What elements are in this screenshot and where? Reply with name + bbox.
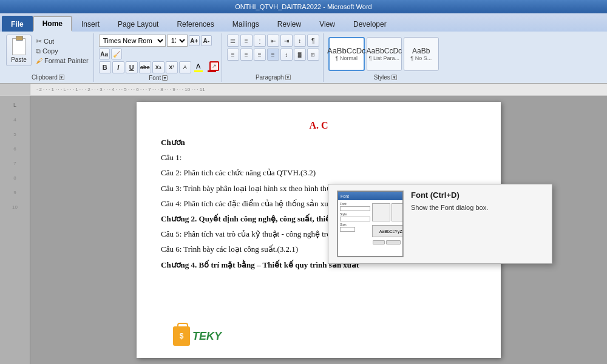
text-effects-btn[interactable]: A bbox=[179, 61, 191, 73]
underline-button[interactable]: U bbox=[126, 61, 138, 73]
dialog-body: Font: Style: Size: bbox=[338, 200, 402, 239]
bold-button[interactable]: B bbox=[99, 61, 111, 73]
borders-btn[interactable]: ⊞ bbox=[307, 49, 319, 61]
tab-review[interactable]: Review bbox=[268, 16, 310, 32]
align-left-btn[interactable]: ≡ bbox=[227, 49, 239, 61]
clipboard-group: Paste ✂ Cut ⧉ Copy 🖌 Format Painter bbox=[2, 33, 94, 82]
clipboard-label: Clipboard bbox=[32, 74, 58, 81]
dialog-field-2: Style: bbox=[340, 212, 370, 221]
align-right-btn[interactable]: ≡ bbox=[254, 49, 266, 61]
styles-label-row: Styles ▼ bbox=[328, 73, 443, 81]
list-para-style-btn[interactable]: AaBbCcDc ¶ List Para... bbox=[367, 37, 402, 71]
tab-view[interactable]: View bbox=[310, 16, 344, 32]
bullets-btn[interactable]: ☰ bbox=[227, 35, 239, 47]
font-content: Times New Rom 13 A+ A- Aa 🧹 B I U abc bbox=[99, 35, 218, 73]
tab-pagelayout[interactable]: Page Layout bbox=[109, 16, 168, 32]
superscript-button[interactable]: X² bbox=[166, 61, 178, 73]
dialog-buttons bbox=[338, 239, 402, 246]
doc-line-2: Câu 2: Phân tich các chức năng của QTVH.… bbox=[161, 167, 476, 178]
doc-line-1: Câu 1: bbox=[161, 152, 476, 163]
align-justify-btn[interactable]: ≡ bbox=[267, 49, 279, 61]
font-label-row: Font ▼ bbox=[99, 73, 218, 81]
subscript-button[interactable]: X₂ bbox=[152, 61, 164, 73]
font-row-1: Times New Rom 13 A+ A- bbox=[99, 35, 218, 47]
title-text: ONTHI_QTVH_DAITRA2022 - Microsoft Word bbox=[235, 3, 371, 10]
multilevel-btn[interactable]: ⋮ bbox=[254, 35, 266, 47]
dialog-preview: Font Font: Style: S bbox=[337, 191, 403, 257]
styles-group: AaBbCcDc ¶ Normal AaBbCcDc ¶ List Para..… bbox=[325, 33, 446, 82]
ruler-num-8: 8 bbox=[13, 175, 16, 181]
font-dialog-launcher[interactable]: ↗ bbox=[209, 61, 219, 71]
clipboard-content: Paste ✂ Cut ⧉ Copy 🖌 Format Painter bbox=[6, 35, 90, 73]
dialog-col-2: AaBbCcYyZz bbox=[372, 202, 403, 237]
tooltip-text: Font (Ctrl+D) Show the Font dialog box. bbox=[411, 190, 488, 257]
main-area: L 4 5 6 7 8 9 10 A. C Chươn bbox=[0, 96, 607, 364]
sort-btn[interactable]: ↕ bbox=[294, 35, 306, 47]
normal-style-btn[interactable]: AaBbCcDc ¶ Normal bbox=[328, 37, 365, 71]
font-name-select[interactable]: Times New Rom bbox=[99, 35, 166, 47]
format-painter-label: Format Painter bbox=[44, 57, 89, 64]
ruler-num-7: 7 bbox=[13, 161, 16, 166]
format-row: B I U abc X₂ X² A A A bbox=[99, 61, 218, 73]
increase-font-btn[interactable]: A+ bbox=[189, 35, 200, 46]
show-marks-btn[interactable]: ¶ bbox=[307, 35, 319, 47]
cancel-btn-preview bbox=[386, 240, 401, 244]
tab-home[interactable]: Home bbox=[33, 16, 72, 32]
left-sidebar: L 4 5 6 7 8 9 10 bbox=[0, 96, 30, 364]
brush-icon: 🖌 bbox=[36, 57, 42, 64]
paste-button[interactable]: Paste bbox=[6, 35, 32, 66]
paste-label: Paste bbox=[11, 56, 27, 63]
increase-indent-btn[interactable]: ⇥ bbox=[280, 35, 293, 47]
copy-label: Copy bbox=[42, 47, 58, 55]
font-size-select[interactable]: 13 bbox=[167, 35, 188, 47]
format-painter-button[interactable]: 🖌 Format Painter bbox=[35, 56, 90, 65]
clear-formatting-btn[interactable]: 🧹 bbox=[111, 49, 122, 59]
align-center-btn[interactable]: ≡ bbox=[240, 49, 253, 61]
font-label: Font bbox=[149, 75, 161, 81]
paragraph-label-row: Paragraph ▼ bbox=[227, 73, 319, 81]
italic-button[interactable]: I bbox=[112, 61, 124, 73]
decrease-font-btn[interactable]: A- bbox=[201, 35, 212, 46]
shading-btn[interactable]: ▓ bbox=[294, 49, 306, 61]
tooltip-title: Font (Ctrl+D) bbox=[411, 190, 488, 200]
strikethrough-button[interactable]: abc bbox=[139, 61, 151, 73]
cut-label: Cut bbox=[44, 38, 54, 45]
preview-text-box: AaBbCcYyZz bbox=[372, 225, 403, 237]
change-case-btn[interactable]: Aa bbox=[99, 49, 110, 59]
clipboard-label-row: Clipboard ▼ bbox=[6, 73, 90, 81]
dialog-col-1: Font: Style: Size: bbox=[340, 202, 370, 237]
cut-button[interactable]: ✂ Cut bbox=[35, 36, 90, 46]
ruler-area: · 2 · · · 1 · · · L · · · 1 · · · 2 · · … bbox=[0, 84, 607, 96]
tab-insert[interactable]: Insert bbox=[72, 16, 109, 32]
teky-bag-icon: $ bbox=[173, 326, 190, 346]
tab-references[interactable]: References bbox=[168, 16, 223, 32]
decrease-indent-btn[interactable]: ⇤ bbox=[267, 35, 279, 47]
paragraph-expand-icon[interactable]: ▼ bbox=[285, 75, 291, 80]
styles-expand-icon[interactable]: ▼ bbox=[392, 75, 397, 80]
styles-label: Styles bbox=[374, 74, 390, 81]
ruler-num-9: 9 bbox=[13, 190, 16, 195]
tab-file[interactable]: File bbox=[2, 16, 33, 32]
font-expand-icon[interactable]: ▼ bbox=[162, 75, 168, 81]
ruler-num-5: 5 bbox=[13, 132, 16, 137]
tab-mailings[interactable]: Mailings bbox=[223, 16, 268, 32]
no-spacing-style-btn[interactable]: AaBb ¶ No S... bbox=[404, 37, 439, 71]
tab-developer[interactable]: Developer bbox=[344, 16, 396, 32]
tab-bar: File Home Insert Page Layout References … bbox=[0, 13, 607, 32]
paragraph-label: Paragraph bbox=[256, 74, 284, 81]
clipboard-expand-icon[interactable]: ▼ bbox=[59, 75, 64, 80]
copy-button[interactable]: ⧉ Copy bbox=[35, 47, 90, 56]
copy-icon: ⧉ bbox=[36, 47, 41, 55]
paragraph-group: ☰ ≡ ⋮ ⇤ ⇥ ↕ ¶ ≡ ≡ ≡ ≡ ↕ ▓ ⊞ bbox=[223, 33, 324, 82]
teky-logo: $ TEKY bbox=[173, 326, 222, 346]
para-row-1: ☰ ≡ ⋮ ⇤ ⇥ ↕ ¶ bbox=[227, 35, 319, 47]
highlight-btn[interactable]: A bbox=[192, 62, 205, 72]
teky-text: TEKY bbox=[192, 330, 222, 343]
numbering-btn[interactable]: ≡ bbox=[240, 35, 253, 47]
scissors-icon: ✂ bbox=[36, 37, 42, 46]
dialog-field-1: Font: bbox=[340, 202, 370, 211]
ruler-num-4: 4 bbox=[13, 117, 16, 123]
line-spacing-btn[interactable]: ↕ bbox=[280, 49, 293, 61]
para-row-2: ≡ ≡ ≡ ≡ ↕ ▓ ⊞ bbox=[227, 49, 319, 61]
ok-btn-preview bbox=[373, 240, 385, 244]
